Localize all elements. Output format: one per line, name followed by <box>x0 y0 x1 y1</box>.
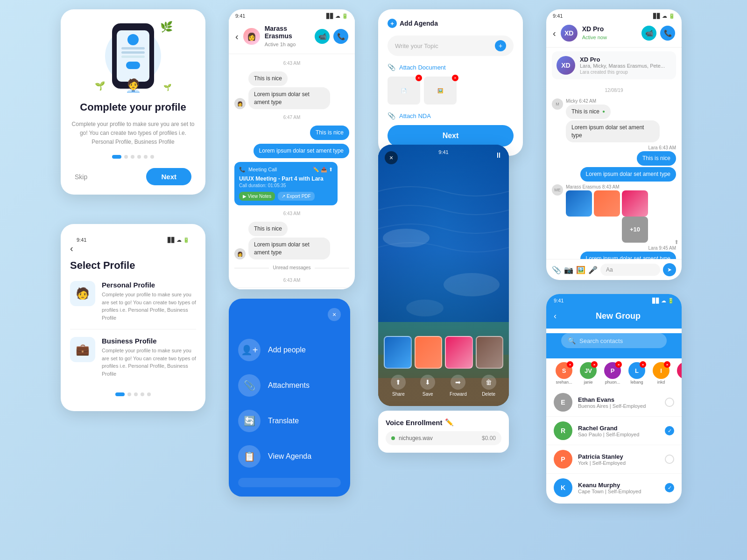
select-profile-card: 9:41 ▊▊ ☁ 🔋 ‹ Select Profile 🧑 Personal … <box>61 224 205 411</box>
gc-video-button[interactable]: 📹 <box>641 26 656 41</box>
forward-icon: ➡ <box>451 375 465 390</box>
meeting-duration: Call duration: 01:05:35 <box>239 183 333 188</box>
ng-remove-janie[interactable]: × <box>591 361 598 368</box>
topic-add-button[interactable]: + <box>495 40 506 51</box>
video-call-button[interactable]: 📹 <box>315 29 330 44</box>
ng-search-bar[interactable]: 🔍 Search contacts <box>561 333 667 348</box>
ng-remove-lebang[interactable]: × <box>640 361 646 368</box>
voice-price: $0.00 <box>482 435 496 441</box>
view-agenda-action[interactable]: 📋 View Agenda <box>238 439 341 474</box>
save-button[interactable]: ⬇ Save <box>420 375 435 397</box>
ng-back-button[interactable]: ‹ <box>554 311 557 321</box>
ng-avatar-lebang: L × <box>628 362 645 379</box>
attach-nda-row[interactable]: 📎 Attach NDA <box>388 112 514 119</box>
add-agenda-icon[interactable]: + <box>388 19 397 28</box>
ocean-thumb-1[interactable] <box>384 336 412 369</box>
forward-button[interactable]: ➡ Froward <box>450 375 467 397</box>
gc-input-field[interactable]: Aa <box>600 264 660 276</box>
ng-remove-srehan[interactable]: × <box>567 361 573 368</box>
export-pdf-button[interactable]: ↗ Export PDF <box>278 192 314 201</box>
ocean-thumb-2[interactable] <box>415 336 443 369</box>
ng-loc-patricia: York | Self-Employed <box>578 460 626 466</box>
business-profile-option[interactable]: 💼 Business Profile Complete your profile… <box>70 337 196 385</box>
gc-sender-lara-1: Lara 6:43 AM <box>648 145 676 150</box>
next-button[interactable]: Next <box>146 168 191 185</box>
ng-check-keanu[interactable]: ✓ <box>665 483 674 492</box>
delete-button[interactable]: 🗑 Delete <box>481 375 496 397</box>
ocean-thumb-3[interactable] <box>445 336 473 369</box>
forward-label: Froward <box>450 392 467 397</box>
ng-contact-patricia[interactable]: P Patricia Stanley York | Self-Employed <box>546 445 682 474</box>
ng-contact-keanu[interactable]: K Keanu Murphy Cape Town | Self-Employed… <box>546 474 682 502</box>
add-people-action[interactable]: 👤+ Add people <box>238 332 341 368</box>
topic-input-row[interactable]: Write your Topic + <box>388 35 514 56</box>
attachments-icon: 📎 <box>238 374 261 397</box>
meeting-header: 📞 Meeting Call ✏️ 📤 ⬆ <box>239 167 333 173</box>
ng-loc-keanu: Cape Town | Self-Employed <box>578 489 641 494</box>
profile-illustration: 🧑‍💼 🌿 🌱 🌱 <box>91 19 175 93</box>
status-time: 9:41 <box>77 237 86 243</box>
gc-send-button[interactable]: ➤ <box>663 263 676 276</box>
ng-remove-inkd[interactable]: × <box>664 361 670 368</box>
chat-status-bar: 9:41 ▊▊ ☁ 🔋 <box>229 9 355 19</box>
ng-check-ethan[interactable] <box>665 398 674 407</box>
ocean-thumb-4[interactable] <box>476 336 504 369</box>
gc-image-icon[interactable]: 🖼️ <box>576 266 585 274</box>
ng-status-bar: 9:41 ▊▊ ☁ 🔋 <box>546 294 682 304</box>
dot-6 <box>150 155 154 159</box>
gc-back-button[interactable]: ‹ <box>553 28 556 39</box>
share-icon-small[interactable]: ⬆ <box>674 239 679 245</box>
media-controls[interactable]: ⏸ <box>495 151 502 160</box>
ng-remove-phuon[interactable]: × <box>615 361 622 368</box>
back-button[interactable]: ‹ <box>70 243 196 254</box>
attachments-action[interactable]: 📎 Attachments <box>238 368 341 403</box>
marass-chat-card: 9:41 ▊▊ ☁ 🔋 ‹ 👩 Marass Erasmus Active 1h… <box>229 9 355 289</box>
gc-call-button[interactable]: 📞 <box>660 26 675 41</box>
status-icons: ▊▊ ☁ 🔋 <box>168 237 190 243</box>
personal-profile-option[interactable]: 🧑 Personal Profile Complete your profile… <box>70 281 196 329</box>
ng-loc-rachel: Sao Paulo | Self-Employed <box>578 432 639 437</box>
gc-group-avatar: XD <box>561 25 578 42</box>
ng-contact-ethan[interactable]: E Ethan Evans Buenos Aires | Self-Employ… <box>546 388 682 417</box>
view-notes-button[interactable]: ▶ View Notes <box>239 192 275 201</box>
gc-camera-icon[interactable]: 📷 <box>564 266 573 274</box>
ng-contact-list: E Ethan Evans Buenos Aires | Self-Employ… <box>546 386 682 504</box>
gc-msg-lara-text3: Lorem ipsum dolar set ament type <box>580 252 676 259</box>
doc-remove-2[interactable]: × <box>452 75 458 81</box>
group-info-avatar: XD <box>557 56 575 75</box>
ng-selected-srehan: S × srehan... <box>554 362 574 385</box>
ocean-close-button[interactable]: × <box>385 151 398 164</box>
ng-check-patricia[interactable] <box>665 455 674 464</box>
ng-selected-contacts-row: S × srehan... JV × janie P × phuon... L … <box>546 358 682 386</box>
voice-call-button[interactable]: 📞 <box>333 29 348 44</box>
share-icon: ⬆ <box>391 375 406 390</box>
group-info-members: Lara, Micky, Marass Erasmus, Pete... <box>580 63 665 69</box>
actions-close-button[interactable]: × <box>328 308 341 321</box>
gc-msg-micky: M Micky 6:42 AM This is nice ● Lorem ips… <box>552 98 676 142</box>
ng-selected-jai: J × jai <box>675 362 682 385</box>
gc-input-bar: 📎 📷 🖼️ 🎤 Aa ➤ <box>546 259 682 280</box>
complete-profile-card: 🧑‍💼 🌿 🌱 🌱 Complete your profile Complete… <box>61 9 205 195</box>
delete-label: Delete <box>482 392 495 397</box>
ng-contact-rachel[interactable]: R Rachel Grand Sao Paulo | Self-Employed… <box>546 417 682 445</box>
share-button[interactable]: ⬆ Share <box>391 375 406 397</box>
translate-action[interactable]: 🔄 Translate <box>238 403 341 439</box>
msg-avatar-1: 👩 <box>234 98 246 109</box>
agenda-next-button[interactable]: Next <box>388 125 514 147</box>
skip-button[interactable]: Skip <box>75 173 87 181</box>
edit-icon[interactable]: ✏️ <box>445 418 454 427</box>
chat-back-button[interactable]: ‹ <box>235 31 239 42</box>
gc-mic-icon[interactable]: 🎤 <box>588 266 598 274</box>
agenda-card: + Add Agenda Write your Topic + 📎 Attach… <box>378 9 523 156</box>
gc-attachment-icon[interactable]: 📎 <box>552 266 561 274</box>
ng-title: New Group <box>562 311 674 321</box>
ng-avatar-keanu: K <box>554 478 572 497</box>
doc-remove-1[interactable]: × <box>416 75 422 81</box>
gc-img-group: +10 ⬆ <box>566 190 676 243</box>
ng-check-rachel[interactable]: ✓ <box>665 426 674 435</box>
attach-document-row[interactable]: 📎 Attach Document <box>388 63 514 71</box>
complete-profile-desc: Complete your profile to make sure you a… <box>70 120 196 147</box>
gc-input-placeholder: Aa <box>606 266 613 273</box>
personal-profile-icon: 🧑 <box>70 281 95 306</box>
attachments-label: Attachments <box>268 381 310 390</box>
